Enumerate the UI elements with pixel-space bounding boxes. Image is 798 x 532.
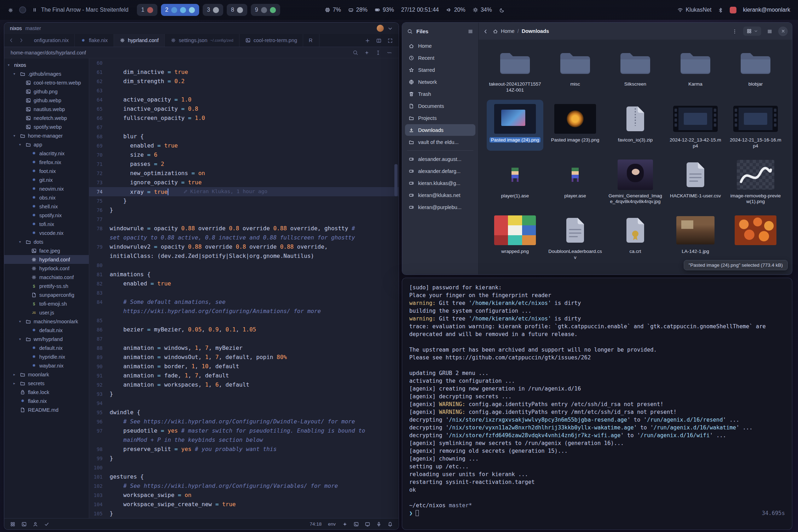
tree-item-waybar-nix[interactable]: ❄waybar.nix bbox=[4, 361, 89, 370]
file-item-hidden[interactable] bbox=[727, 211, 784, 262]
tree-item-user-js[interactable]: JSuser.js bbox=[4, 308, 89, 317]
sidebar-account-kieran-klukas-net[interactable]: kieran@klukas.net bbox=[405, 189, 475, 201]
close-window-button[interactable] bbox=[778, 27, 788, 36]
tree-item-vscode-nix[interactable]: ❄vscode.nix bbox=[4, 229, 89, 237]
notifications-button[interactable] bbox=[387, 521, 393, 527]
tree-item-wm-hyprland[interactable]: ▾wm/hyprland bbox=[4, 335, 89, 343]
sidebar-account-alesander-august-[interactable]: alesander.august... bbox=[405, 153, 475, 165]
terminal-toggle-button[interactable] bbox=[353, 521, 359, 527]
collab-panel-button[interactable] bbox=[33, 521, 38, 527]
tree-item-prettify-ss-sh[interactable]: $prettify-ss.sh bbox=[4, 282, 89, 290]
tree-item-face-jpeg[interactable]: face.jpeg bbox=[4, 246, 89, 255]
sidebar-item-network[interactable]: Network bbox=[405, 76, 475, 88]
inline-assist-button[interactable] bbox=[364, 50, 370, 56]
file-item-misc[interactable]: misc bbox=[547, 44, 603, 95]
terminal-window[interactable]: [sudo] password for kierank:Place your f… bbox=[402, 278, 792, 530]
tree-item-alacritty-nix[interactable]: ❄alacritty.nix bbox=[4, 149, 89, 158]
stat-battery[interactable]: 93% bbox=[375, 7, 394, 13]
env-indicator[interactable]: env bbox=[328, 521, 336, 527]
zoom-pane-button[interactable] bbox=[387, 37, 393, 44]
file-item-wrapped-png[interactable]: wrapped.png bbox=[487, 211, 543, 262]
assistant-button[interactable] bbox=[342, 521, 348, 527]
new-tab-button[interactable] bbox=[365, 37, 370, 44]
sidebar-item-trash[interactable]: Trash bbox=[405, 88, 475, 100]
sidebar-account-kieran-purplebu-[interactable]: kieran@purplebu... bbox=[405, 201, 475, 213]
file-item-favicon-io-3-zip[interactable]: favicon_io(3).zip bbox=[607, 100, 664, 151]
night-light-icon[interactable] bbox=[499, 7, 505, 13]
file-item-2024-12-22-13-42-15-mp4[interactable]: 2024-12-22_13-42-15.mp4 bbox=[667, 100, 724, 151]
tree-item-machines-moonlark[interactable]: ▾machines/moonlark bbox=[4, 317, 89, 326]
back-button[interactable] bbox=[483, 28, 488, 34]
cursor-position[interactable]: 74:18 bbox=[310, 521, 322, 527]
mic-button[interactable] bbox=[376, 521, 382, 527]
workspace-9[interactable]: 9 bbox=[251, 4, 280, 16]
tree-item-spotify-nix[interactable]: ❄spotify.nix bbox=[4, 211, 89, 220]
stat-cpu[interactable]: 7% bbox=[325, 7, 341, 13]
screen-share-button[interactable] bbox=[365, 521, 370, 527]
workspace-3[interactable]: 3 bbox=[203, 4, 223, 16]
tree-item-neovim-nix[interactable]: ❄neovim.nix bbox=[4, 184, 89, 193]
tree-item-github-png[interactable]: github.png bbox=[4, 87, 89, 96]
file-item-image-removebg-preview-1-png[interactable]: image-removebg-preview(1).png bbox=[727, 156, 784, 207]
sidebar-account-kieran-klukas-g-[interactable]: kieran.klukas@g... bbox=[405, 177, 475, 189]
scrollbar-thumb[interactable] bbox=[394, 164, 398, 196]
list-view-icon[interactable] bbox=[468, 28, 473, 34]
network-indicator[interactable]: KlukasNet bbox=[677, 7, 711, 13]
sidebar-item-projects[interactable]: Projects bbox=[405, 112, 475, 124]
diagnostics-button[interactable] bbox=[387, 50, 392, 56]
tree-item-readme-md[interactable]: README.md bbox=[4, 405, 89, 414]
keyboard-layout-icon[interactable] bbox=[730, 7, 736, 13]
file-item-ca-crt[interactable]: ca.crt bbox=[607, 211, 664, 262]
tab-flake-nix[interactable]: ❄flake.nix bbox=[75, 34, 114, 47]
tree-item-moonlark[interactable]: ▸moonlark bbox=[4, 370, 89, 379]
split-pane-button[interactable] bbox=[376, 37, 382, 44]
tree-item-hyprlock-conf[interactable]: hyprlock.conf bbox=[4, 264, 89, 273]
file-item-pasted-image-24-png[interactable]: Pasted image (24).png bbox=[487, 100, 543, 151]
search-icon[interactable] bbox=[407, 28, 413, 34]
breadcrumb-current[interactable]: Downloads bbox=[522, 28, 549, 34]
tree-item-cool-retro-term-webp[interactable]: cool-retro-term.webp bbox=[4, 78, 89, 87]
sidebar-item-recent[interactable]: Recent bbox=[405, 52, 475, 64]
more-options-button[interactable] bbox=[732, 28, 738, 34]
tree-item-hypridle-nix[interactable]: ❄hypridle.nix bbox=[4, 352, 89, 361]
tree-item-tofi-nix[interactable]: ❄tofi.nix bbox=[4, 220, 89, 229]
buffer-search-button[interactable] bbox=[353, 50, 358, 56]
file-item-takeout-20241207t155714z-001[interactable]: takeout-20241207T155714Z-001 bbox=[487, 44, 543, 95]
view-toggle-button[interactable] bbox=[743, 27, 761, 36]
sidebar-item-downloads[interactable]: Downloads bbox=[405, 124, 475, 136]
tree-item-nixos[interactable]: ▾nixos bbox=[4, 60, 89, 69]
file-item-gemini-generated-image-4rqv8k4rqv8k4rqv-jpg[interactable]: Gemini_Generated_Image_4rqv8k4rqv8k4rqv.… bbox=[607, 156, 664, 207]
file-item-silkscreen[interactable]: Silkscreen bbox=[607, 44, 664, 95]
file-item-player-ase[interactable]: player.ase bbox=[547, 156, 603, 207]
sidebar-item-documents[interactable]: Documents bbox=[405, 100, 475, 112]
tree-item-flake-lock[interactable]: flake.lock bbox=[4, 388, 89, 397]
code-editor[interactable]: 6061 dim_inactive = true62 dim_strength … bbox=[89, 58, 399, 518]
tree-item-secrets[interactable]: ▸secrets bbox=[4, 379, 89, 388]
terminal-panel-button[interactable] bbox=[21, 521, 27, 527]
clock[interactable]: 27/12 00:51:44 bbox=[401, 7, 439, 13]
tree-item-nautilus-webp[interactable]: nautilus.webp bbox=[4, 105, 89, 114]
stat-memory[interactable]: 28% bbox=[348, 7, 368, 13]
file-item-hackatime-1-user-csv[interactable]: HACKATIME-1-user.csv bbox=[667, 156, 724, 207]
dnd-indicator-icon[interactable] bbox=[19, 6, 26, 13]
git-branch[interactable]: master bbox=[25, 25, 41, 31]
tree-item-default-nix[interactable]: ❄default.nix bbox=[4, 326, 89, 335]
breadcrumb[interactable]: home-manager/dots/hyprland.conf bbox=[11, 50, 86, 56]
project-name[interactable]: nixos bbox=[10, 25, 22, 31]
breadcrumb-home[interactable]: Home bbox=[501, 28, 515, 34]
tree-item-obs-nix[interactable]: ❄obs.nix bbox=[4, 193, 89, 202]
brightness-indicator[interactable]: 34% bbox=[473, 7, 492, 13]
tree-item-neofetch-webp[interactable]: neofetch.webp bbox=[4, 114, 89, 122]
sidebar-item-starred[interactable]: Starred bbox=[405, 64, 475, 76]
file-item-player-1-ase[interactable]: player(1).ase bbox=[487, 156, 543, 207]
tree-item-home-manager[interactable]: ▾home-manager bbox=[4, 131, 89, 140]
tree-item-firefox-nix[interactable]: ❄firefox.nix bbox=[4, 158, 89, 167]
tree-item-default-nix[interactable]: ❄default.nix bbox=[4, 343, 89, 352]
file-item-2024-12-21-15-16-16-mp4[interactable]: 2024-12-21_15-16-16.mp4 bbox=[727, 100, 784, 151]
diagnostics-ok-button[interactable] bbox=[44, 521, 50, 527]
tree-item-shell-nix[interactable]: ❄shell.nix bbox=[4, 202, 89, 211]
tree-item-github-webp[interactable]: github.webp bbox=[4, 96, 89, 105]
tree-item-foot-nix[interactable]: ❄foot.nix bbox=[4, 167, 89, 175]
project-panel-button[interactable] bbox=[10, 521, 16, 527]
settings-gear-icon[interactable] bbox=[8, 7, 13, 13]
